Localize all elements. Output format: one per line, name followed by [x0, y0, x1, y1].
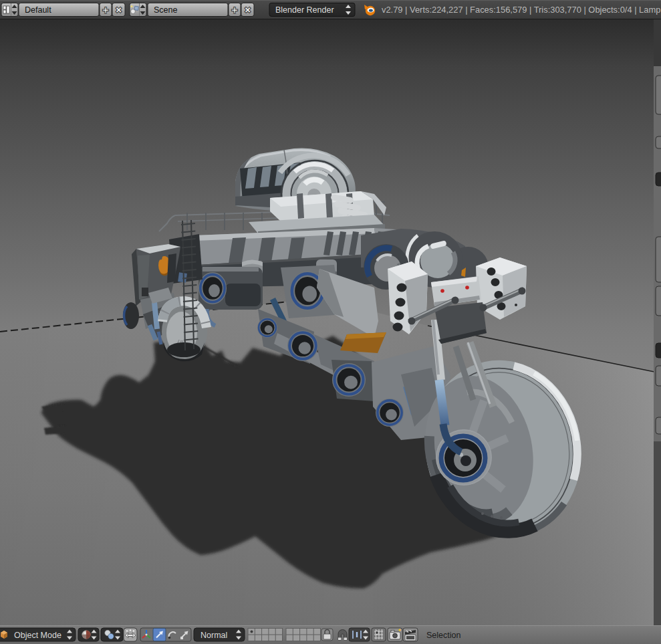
svg-text:✦: ✦ [398, 627, 402, 633]
svg-text:✚: ✚ [231, 5, 239, 15]
svg-text:Scene: Scene [154, 5, 177, 15]
svg-text:Blender Render: Blender Render [275, 5, 334, 15]
svg-text:✖: ✖ [244, 5, 252, 15]
svg-text:Default: Default [25, 5, 51, 15]
svg-text:v2.79 | Verts:224,227 | Faces:: v2.79 | Verts:224,227 | Faces:156,579 | … [382, 5, 660, 15]
svg-text:✖: ✖ [115, 5, 123, 15]
svg-text:Normal: Normal [201, 631, 227, 640]
svg-text:✚: ✚ [102, 5, 110, 15]
svg-text:Object Mode: Object Mode [14, 631, 61, 640]
svg-text:Selection: Selection [426, 631, 460, 640]
